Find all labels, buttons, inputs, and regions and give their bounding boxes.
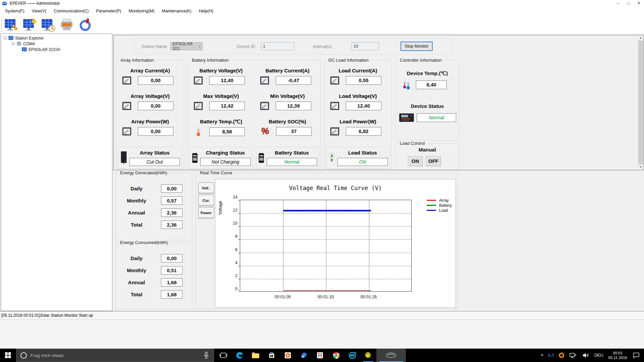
device-temp-value: 8,40 <box>416 80 447 89</box>
station-name-select[interactable]: EPSOLAR 321 ∨ <box>170 42 203 50</box>
charging-status-value: Not Charging <box>200 158 251 166</box>
minimize-button[interactable]: – <box>613 0 623 7</box>
battery-voltage-value: 12,40 <box>209 76 245 85</box>
menu-parameter[interactable]: Parameter(P) <box>92 7 125 16</box>
network-button[interactable] <box>567 349 579 362</box>
charging-status-box: Charging Status Not Charging <box>190 147 253 169</box>
media-player-button[interactable] <box>280 349 296 362</box>
energy-row: Monthly0,57 <box>118 194 190 206</box>
gauge-icon <box>330 101 340 111</box>
load-off-button[interactable]: OFF <box>426 156 441 166</box>
array-voltage-metric: Array Voltage(V) 0,00 <box>116 93 184 119</box>
plot-area <box>240 200 412 292</box>
apps-button[interactable] <box>312 349 328 362</box>
microphone-icon[interactable] <box>203 351 210 359</box>
action-center-button[interactable] <box>630 349 643 362</box>
c2t-tray-icon[interactable]: C₂T <box>546 349 556 362</box>
tab-voltage[interactable]: Volt . <box>198 182 214 194</box>
tab-power[interactable]: Power <box>198 207 214 219</box>
collapse-icon[interactable]: − <box>12 42 15 45</box>
language-indicator[interactable]: DEU <box>592 349 605 362</box>
energy-row: Total1,68 <box>118 288 190 300</box>
tree-item-epsolar-3210a[interactable]: EPSOLAR 3210A <box>1 47 112 52</box>
array-current-metric: Array Current(A) 0,00 <box>116 68 184 93</box>
battery-current-metric: Battery Current(A) -0,47 <box>254 68 321 93</box>
gauge-icon <box>330 126 340 136</box>
stop-monitor-button[interactable]: Stop Monitor <box>400 42 433 51</box>
maximize-button[interactable]: □ <box>623 0 634 7</box>
station-history-button[interactable] <box>41 17 56 32</box>
array-power-metric: Array Power(W) 0,00 <box>116 119 184 144</box>
array-current-value: 0,00 <box>138 76 173 85</box>
device-temp-label: Device Temp.(℃) <box>396 70 459 76</box>
load-series-line <box>283 210 371 211</box>
windows-logo-icon <box>5 352 11 358</box>
load-legend-line <box>427 210 436 211</box>
epever-logo-icon <box>2 1 7 6</box>
tray-overflow-button[interactable]: ^ <box>539 349 546 362</box>
menu-monitoring[interactable]: Monitoring(M) <box>125 7 158 16</box>
menu-view[interactable]: View(V) <box>28 7 50 16</box>
gauge-icon <box>330 75 340 85</box>
energy-row: Daily0,00 <box>118 182 190 194</box>
menu-system[interactable]: System(F) <box>1 7 28 16</box>
energy-consumed-group: Energy Consumed(kWh) Daily0,00 Monthly0,… <box>116 242 192 309</box>
start-button[interactable] <box>0 349 16 362</box>
battery-legend-line <box>427 205 436 206</box>
controller-information-group: Controller Information Device Temp.(℃) 8… <box>395 60 459 140</box>
tree-item-station-explorer[interactable]: − Station Explorer <box>1 35 112 41</box>
tree-item-com4[interactable]: − COM4 <box>1 41 112 47</box>
close-button[interactable]: ✕ <box>634 0 644 7</box>
store-button[interactable] <box>264 349 280 362</box>
energy-row: Monthly0,51 <box>118 264 190 276</box>
exit-button[interactable] <box>78 17 93 32</box>
max-voltage-metric: Max Voltage(V) 12,42 <box>188 93 254 119</box>
battery-icon <box>192 150 198 166</box>
device-id-input[interactable]: 1 <box>261 42 294 50</box>
monitor-station-button[interactable] <box>22 17 37 32</box>
load-power-value: 6,82 <box>346 127 381 136</box>
device-icon <box>22 47 27 52</box>
internet-explorer-button[interactable] <box>344 349 360 362</box>
menu-communication[interactable]: Communication(C) <box>50 7 92 16</box>
scroll-up-icon[interactable]: ▲ <box>638 35 643 41</box>
load-status-value: ON <box>337 158 388 166</box>
edge-icon <box>235 351 244 360</box>
chrome-button[interactable] <box>328 349 344 362</box>
internet-explorer-icon <box>348 351 357 360</box>
collapse-icon[interactable]: − <box>4 37 7 40</box>
battery-soc-metric: Battery SOC(%) %37 <box>254 119 321 144</box>
task-view-button[interactable] <box>215 349 231 362</box>
file-explorer-button[interactable] <box>248 349 264 362</box>
toolbar <box>0 16 644 34</box>
menu-maintenance[interactable]: Maintenance(K) <box>158 7 195 16</box>
solar-panel-icon <box>120 149 127 167</box>
voltage-chart: Voltage Real Time Curve (V) Voltage 14 1… <box>215 179 456 308</box>
station-name-label: Station Name <box>142 43 167 51</box>
gauge-icon <box>260 101 270 111</box>
menu-help[interactable]: Help(H) <box>195 7 217 16</box>
edge-button[interactable] <box>231 349 248 362</box>
real-time-curve-group: Real Time Curve Volt . Cur. Power Voltag… <box>196 173 458 309</box>
clock[interactable]: 00:01 05.11.2016 <box>605 351 630 360</box>
cortana-search-box[interactable]: Frag mich etwas <box>16 349 214 362</box>
clock-time: 00:01 <box>608 351 627 355</box>
solar-monitor-app-button[interactable] <box>360 349 376 362</box>
load-on-button[interactable]: ON <box>408 156 423 166</box>
add-station-button[interactable] <box>4 17 19 32</box>
epever-app-button[interactable] <box>376 349 406 362</box>
solar-monitor-app-icon <box>364 351 372 359</box>
scrollbar-thumb[interactable] <box>638 41 643 165</box>
device-id-label: Device ID <box>237 43 255 51</box>
search-placeholder: Frag mich etwas <box>31 353 64 358</box>
volume-button[interactable] <box>579 349 592 362</box>
vertical-scrollbar[interactable]: ▲ ▼ <box>638 35 643 170</box>
tab-current[interactable]: Cur. <box>198 195 214 206</box>
interval-input[interactable]: 10 <box>352 42 379 50</box>
solar-panel-sun-icon <box>23 18 37 32</box>
print-button[interactable] <box>59 17 74 32</box>
player-button[interactable] <box>296 349 312 362</box>
generated-daily-value: 0,00 <box>161 184 182 193</box>
scroll-down-icon[interactable]: ▼ <box>638 165 643 170</box>
tray-app-button[interactable] <box>556 349 567 362</box>
